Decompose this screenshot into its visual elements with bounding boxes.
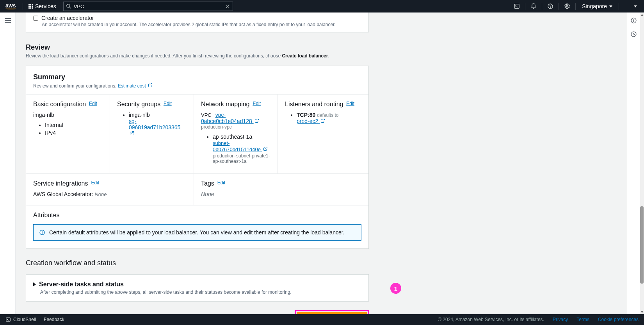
si-edit-link[interactable]: Edit bbox=[91, 180, 99, 186]
scrollbar-down[interactable] bbox=[640, 309, 644, 314]
vpc-name: production-vpc bbox=[201, 124, 270, 130]
create-button-highlight: Create load balancer bbox=[295, 310, 369, 314]
help-button[interactable] bbox=[544, 0, 557, 12]
right-tools-panel bbox=[627, 12, 640, 314]
defaults-to-text: defaults to bbox=[317, 112, 338, 118]
search-icon bbox=[66, 4, 71, 9]
svg-point-7 bbox=[550, 7, 551, 8]
settings-button[interactable] bbox=[560, 0, 574, 12]
listeners-edit-link[interactable]: Edit bbox=[346, 101, 354, 106]
server-side-tasks-desc: After completing and submitting the abov… bbox=[40, 289, 361, 295]
callout-badge-1: 1 bbox=[390, 283, 401, 294]
basic-config-title: Basic configuration bbox=[33, 101, 86, 107]
clear-search-icon[interactable] bbox=[225, 4, 230, 9]
target-group-link[interactable]: prod-ec2 bbox=[297, 118, 325, 124]
si-value-row: AWS Global Accelerator: None bbox=[33, 191, 187, 197]
bell-icon bbox=[530, 3, 537, 9]
listeners-title: Listeners and routing bbox=[285, 101, 343, 107]
si-title: Service integrations bbox=[33, 180, 88, 187]
gear-icon bbox=[564, 3, 570, 9]
tags-edit-link[interactable]: Edit bbox=[217, 180, 226, 186]
az-list: ap-southeast-1a subnet-0b07670bd1511d40e… bbox=[213, 134, 270, 164]
net-title: Network mapping bbox=[201, 101, 250, 107]
attributes-info-box: Certain default attributes will be appli… bbox=[33, 224, 361, 241]
external-link-icon bbox=[263, 146, 268, 151]
listener-proto: TCP:80 bbox=[297, 112, 315, 118]
grid-icon bbox=[28, 4, 33, 9]
terms-link[interactable]: Terms bbox=[576, 317, 589, 322]
basic-config-list: Internal IPv4 bbox=[45, 122, 103, 136]
terminal-icon bbox=[514, 3, 520, 9]
summary-panel: Summary Review and confirm your configur… bbox=[26, 66, 369, 249]
privacy-link[interactable]: Privacy bbox=[553, 317, 568, 322]
aws-logo-text: aws bbox=[5, 4, 16, 7]
cookie-preferences-link[interactable]: Cookie preferences bbox=[598, 317, 639, 322]
side-nav-collapsed bbox=[0, 12, 16, 314]
summary-grid-row2: Service integrations Edit AWS Global Acc… bbox=[26, 173, 368, 205]
attributes-title: Attributes bbox=[33, 212, 361, 219]
review-desc: Review the load balancer configurations … bbox=[26, 53, 369, 59]
summary-heading: Summary bbox=[33, 73, 361, 81]
scrollbar-up[interactable] bbox=[640, 12, 644, 17]
aws-logo[interactable]: aws bbox=[5, 4, 16, 9]
sg-link[interactable]: sg-096819ad71b203365 bbox=[129, 118, 180, 137]
estimate-cost-link[interactable]: Estimate cost bbox=[118, 83, 153, 89]
server-side-tasks-panel: Server-side tasks and status After compl… bbox=[26, 274, 369, 302]
external-link-icon bbox=[320, 118, 325, 123]
copyright-text: © 2024, Amazon Web Services, Inc. or its… bbox=[438, 317, 544, 322]
svg-point-15 bbox=[42, 231, 43, 232]
basic-config-edit-link[interactable]: Edit bbox=[89, 101, 97, 106]
caret-down-icon bbox=[609, 5, 612, 7]
feedback-link[interactable]: Feedback bbox=[44, 317, 64, 322]
create-accelerator-checkbox-row[interactable]: Create an accelerator bbox=[33, 15, 361, 21]
help-icon bbox=[547, 3, 553, 9]
vpc-line: VPC vpc-0abce0cb1e04ad128 bbox=[201, 112, 270, 124]
svg-rect-4 bbox=[514, 4, 519, 9]
sg-list: imga-nlb sg-096819ad71b203365 bbox=[129, 112, 187, 137]
clock-icon[interactable] bbox=[630, 31, 637, 38]
listeners-cell: Listeners and routing Edit TCP:80 defaul… bbox=[278, 95, 368, 173]
list-item: IPv4 bbox=[45, 130, 103, 136]
net-edit-link[interactable]: Edit bbox=[253, 101, 261, 106]
tags-cell: Tags Edit None bbox=[194, 174, 368, 205]
sg-title: Security groups bbox=[117, 101, 160, 107]
accelerator-panel: Create an accelerator An accelerator wil… bbox=[26, 12, 369, 32]
svg-point-11 bbox=[633, 19, 634, 20]
info-panel-icon[interactable] bbox=[630, 17, 637, 24]
subnet-name: production-subnet-private1-ap-southeast-… bbox=[213, 153, 270, 164]
main-content: Create an accelerator An accelerator wil… bbox=[16, 12, 627, 314]
tags-title: Tags bbox=[201, 180, 214, 187]
external-link-icon bbox=[148, 83, 153, 88]
services-menu-button[interactable]: Services bbox=[25, 0, 60, 12]
list-item: imga-nlb sg-096819ad71b203365 bbox=[129, 112, 187, 137]
subnet-link[interactable]: subnet-0b07670bd1511d40e bbox=[213, 140, 268, 152]
cloudshell-icon-button[interactable] bbox=[510, 0, 523, 12]
caret-down-icon bbox=[634, 5, 637, 7]
review-section-header: Review Review the load balancer configur… bbox=[26, 43, 369, 59]
triangle-right-icon bbox=[33, 282, 36, 286]
review-heading: Review bbox=[26, 43, 369, 52]
svg-point-0 bbox=[66, 4, 69, 7]
summary-sub: Review and confirm your configurations. … bbox=[33, 83, 361, 89]
hamburger-icon[interactable] bbox=[5, 18, 11, 23]
info-icon bbox=[39, 229, 45, 236]
search-input[interactable] bbox=[74, 4, 225, 9]
region-selector[interactable]: Singapore bbox=[577, 0, 617, 12]
create-accelerator-checkbox[interactable] bbox=[33, 16, 38, 21]
sg-name: imga-nlb bbox=[129, 112, 187, 118]
account-menu[interactable] bbox=[621, 0, 644, 12]
network-mapping-cell: Network mapping Edit VPC vpc-0abce0cb1e0… bbox=[194, 95, 278, 173]
security-groups-cell: Security groups Edit imga-nlb sg-096819a… bbox=[110, 95, 194, 173]
server-side-tasks-title: Server-side tasks and status bbox=[39, 281, 124, 288]
svg-point-8 bbox=[566, 5, 568, 7]
search-box[interactable] bbox=[63, 2, 233, 11]
cloudshell-link[interactable]: CloudShell bbox=[5, 317, 36, 322]
external-link-icon bbox=[254, 118, 259, 123]
notifications-button[interactable] bbox=[527, 0, 540, 12]
lb-name-value: imga-nlb bbox=[33, 112, 103, 118]
server-side-tasks-toggle[interactable]: Server-side tasks and status bbox=[33, 281, 361, 288]
terminal-icon bbox=[5, 317, 11, 322]
summary-grid-row1: Basic configuration Edit imga-nlb Intern… bbox=[26, 95, 368, 173]
sg-edit-link[interactable]: Edit bbox=[164, 101, 172, 106]
scrollbar-thumb[interactable] bbox=[640, 206, 644, 284]
